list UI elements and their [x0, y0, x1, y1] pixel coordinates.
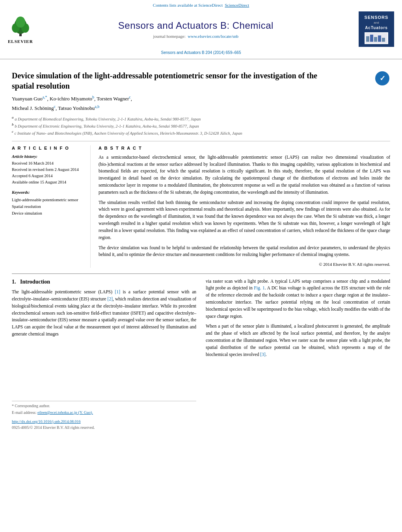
article-info-heading: A R T I C L E I N F O [12, 145, 86, 151]
homepage-link[interactable]: www.elsevier.com/locate/snb [188, 34, 238, 39]
available-date: Available online 15 August 2014 [12, 179, 86, 185]
section-number: 1. [12, 279, 16, 285]
fig1-link[interactable]: Fig. 1 [254, 285, 264, 290]
abstract-paragraph-2: The simulation results verified that bot… [99, 199, 390, 241]
affiliations-block: a a Department of Biomedical Engineering… [12, 115, 390, 137]
intro-heading: 1. Introduction [12, 278, 196, 286]
keywords-title: Keywords: [12, 190, 86, 196]
elsevier-label: ELSEVIER [8, 39, 33, 44]
journal-title-block: Sensors and Actuators B: Chemical journa… [33, 19, 359, 40]
sciencedirect-link[interactable]: ScienceDirect [225, 3, 249, 7]
article-title: Device simulation of the light-addressab… [12, 70, 370, 91]
top-reference: Sensors and Actuators B 204 (2014) 659–6… [0, 50, 402, 56]
journal-title: Sensors and Actuators B: Chemical [33, 19, 359, 32]
issn-text: 0925-4005/© 2014 Elsevier B.V. All right… [12, 425, 196, 430]
abstract-col: A B S T R A C T As a semiconductor-based… [99, 145, 390, 267]
author-sup-a: a, [43, 95, 45, 99]
author-sup-star: * [45, 95, 47, 99]
article-history: Article history: Received 16 March 2014 … [12, 154, 86, 185]
article-info-col: A R T I C L E I N F O Article history: R… [12, 145, 91, 267]
abstract-paragraph-1: As a semiconductor-based electrochemical… [99, 154, 390, 196]
ref-1-link[interactable]: [1] [115, 289, 120, 294]
authors-block: Yuanyuan Guoa,*, Ko-ichiro Miyamotob, To… [12, 94, 390, 112]
elsevier-tree-icon [9, 14, 32, 38]
homepage-label: journal homepage: [153, 34, 186, 39]
affiliation-a: a a Department of Biomedical Engineering… [12, 115, 390, 122]
affiliation-b: b b Department of Electronic Engineering… [12, 122, 390, 129]
doi-link[interactable]: http://dx.doi.org/10.1016/j.snb.2014.08.… [12, 419, 81, 424]
svg-text:✓: ✓ [380, 74, 385, 82]
svg-rect-7 [370, 35, 373, 42]
footnote-block: * Corresponding author. E-mail address: … [12, 401, 196, 415]
journal-header: Contents lists available at ScienceDirec… [0, 0, 402, 59]
keyword-2: Spatial resolution [12, 204, 86, 210]
keywords-block: Keywords: Light-addressable potentiometr… [12, 190, 86, 217]
abstract-heading: A B S T R A C T [99, 145, 390, 151]
journal-homepage: journal homepage: www.elsevier.com/locat… [33, 33, 359, 39]
svg-rect-8 [374, 37, 377, 42]
received-date: Received 16 March 2014 [12, 160, 86, 167]
email-note: E-mail address: eileen@ecei.tohoku.ac.jp… [12, 410, 196, 415]
sensors-logo-image-placeholder [365, 32, 388, 44]
contents-list-text: Contents lists available at ScienceDirec… [153, 3, 223, 7]
sensors-inner-image [365, 33, 387, 43]
intro-left-para1: The light-addressable potentiometric sen… [12, 289, 196, 338]
email-link[interactable]: eileen@ecei.tohoku.ac.jp (Y. Guo). [37, 410, 93, 415]
ref-2-link[interactable]: [2] [108, 297, 113, 301]
article-content: Device simulation of the light-addressab… [0, 59, 402, 436]
article-info-abstract: A R T I C L E I N F O Article history: R… [12, 141, 390, 267]
section-title: Introduction [20, 279, 50, 285]
body-left-col: 1. Introduction The light-addressable po… [12, 278, 196, 432]
sensors-logo-sensors: SENSORS [365, 15, 389, 20]
abstract-paragraph-3: The device simulation was found to be he… [99, 245, 390, 259]
intro-right-para1-part1: via raster scan with a light probe. A ty… [206, 278, 390, 320]
body-content: 1. Introduction The light-addressable po… [12, 273, 390, 432]
elsevier-logo-block: ELSEVIER [8, 14, 33, 44]
page: Contents lists available at ScienceDirec… [0, 0, 402, 532]
sensors-logo-and: and [374, 20, 379, 25]
accepted-date: Accepted 6 August 2014 [12, 173, 86, 179]
email-label: E-mail address: [12, 410, 36, 415]
svg-point-4 [16, 17, 25, 28]
author-sup-ab: a,b [95, 104, 99, 109]
crossmark-block: ✓ [374, 70, 390, 88]
svg-rect-9 [378, 35, 381, 42]
author-sup-c2: c [54, 104, 56, 109]
affiliation-c: c c Institute of Nano- and Biotechnologi… [12, 129, 390, 136]
ref-3-link[interactable]: [3] [260, 352, 265, 357]
sensors-logo-actuators: AcTuators [365, 25, 388, 31]
body-right-col: via raster scan with a light probe. A ty… [206, 278, 390, 432]
crossmark-icon: ✓ [374, 70, 390, 86]
keyword-3: Device simulation [12, 210, 86, 217]
history-title: Article history: [12, 154, 86, 160]
svg-rect-6 [366, 36, 369, 42]
body-two-col: 1. Introduction The light-addressable po… [12, 278, 390, 432]
header-main-row: ELSEVIER Sensors and Actuators B: Chemic… [0, 9, 402, 49]
author-sup-b: b [92, 95, 94, 99]
copyright-text: © 2014 Elsevier B.V. All rights reserved… [99, 261, 390, 267]
intro-right-para2: When a part of the sensor plate is illum… [206, 323, 390, 358]
revised-date: Received in revised form 2 August 2014 [12, 167, 86, 173]
doi-block: http://dx.doi.org/10.1016/j.snb.2014.08.… [12, 418, 196, 425]
author-sup-c: c [129, 95, 130, 99]
sensors-logo-box: SENSORS and AcTuators [359, 11, 394, 47]
corresponding-note: * Corresponding author. [12, 403, 196, 409]
svg-rect-10 [382, 38, 385, 42]
sciencedirect-banner: Contents lists available at ScienceDirec… [0, 0, 402, 9]
keyword-1: Light-addressable potentiometric sensor [12, 197, 86, 204]
